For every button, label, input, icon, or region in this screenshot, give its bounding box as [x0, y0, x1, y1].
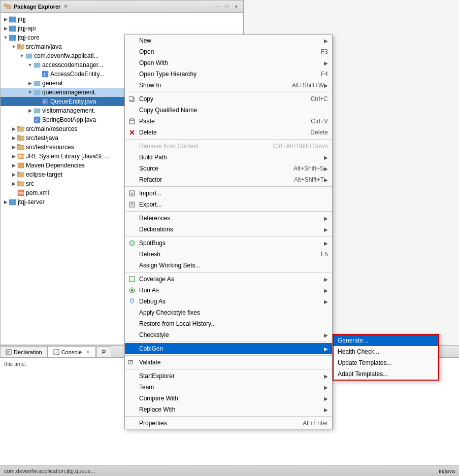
menu-item-restore-history-label: Restore from Local History... [139, 320, 328, 327]
menu-item-debug-as[interactable]: Debug As ▶ [125, 296, 332, 307]
maximize-button[interactable]: □ [223, 3, 231, 11]
project-icon-jtqj-core [9, 33, 17, 42]
tab-console-close[interactable]: ✕ [86, 349, 90, 355]
menu-item-show-in[interactable]: Show In Alt+Shift+W ▶ [125, 80, 332, 91]
menu-item-paste[interactable]: Paste Ctrl+V [125, 116, 332, 127]
svg-rect-36 [9, 199, 16, 205]
tree-toggle-visitormanagement[interactable]: ▶ [27, 108, 33, 114]
tab-declaration[interactable]: Declaration [0, 346, 48, 357]
menu-item-declarations[interactable]: Declarations ▶ [125, 224, 332, 235]
tree-item-jtqj-api[interactable]: ▶ jtqj-api [1, 24, 243, 33]
menu-item-source-shortcut: Alt+Shift+S [293, 165, 324, 172]
menu-item-run-as[interactable]: Run As ▶ [125, 285, 332, 296]
tab-console[interactable]: >_ Console ✕ [48, 346, 95, 357]
tree-label-QueueEntity: QueueEntity.java [50, 98, 96, 105]
menu-item-new[interactable]: New ▶ [125, 35, 332, 46]
class-icon-QueueEntity: J [41, 97, 49, 106]
view-menu-button[interactable]: ▾ [232, 3, 240, 11]
minimize-button[interactable]: — [214, 3, 222, 11]
menu-item-start-explorer-arrow: ▶ [324, 373, 328, 379]
tree-toggle-jtqj-server[interactable]: ▶ [3, 199, 9, 205]
tree-toggle-accesscodemanager[interactable]: ▼ [27, 62, 33, 68]
tree-toggle-src-main-java[interactable]: ▼ [11, 44, 17, 50]
menu-item-import[interactable]: Import... [125, 188, 332, 199]
svg-rect-20 [17, 127, 24, 131]
tree-toggle-com-devonfw[interactable]: ▼ [19, 53, 25, 59]
menu-item-team[interactable]: Team ▶ [125, 382, 332, 393]
submenu-item-health-check[interactable]: Health Check... [334, 346, 438, 357]
menu-item-replace-with[interactable]: Replace With ▶ [125, 404, 332, 415]
menu-item-properties-label: Properties [139, 420, 292, 427]
menu-item-start-explorer[interactable]: StartExplorer ▶ [125, 370, 332, 382]
svg-rect-13 [34, 81, 40, 86]
menu-item-checkstyle[interactable]: Checkstyle ▶ [125, 329, 332, 341]
package-icon-com-devonfw [25, 52, 33, 60]
menu-item-open-with[interactable]: Open With ▶ [125, 57, 332, 69]
menu-item-compare-with[interactable]: Compare With ▶ [125, 393, 332, 404]
menu-item-source[interactable]: Source Alt+Shift+S ▶ [125, 163, 332, 174]
menu-item-spotbugs[interactable]: SpotBugs ▶ [125, 237, 332, 249]
menu-item-open[interactable]: Open F3 [125, 46, 332, 57]
svg-text:xml: xml [18, 191, 24, 195]
tab-extra[interactable]: P [96, 346, 111, 357]
svg-rect-37 [6, 350, 11, 355]
tree-toggle-jtqj[interactable]: ▶ [3, 16, 9, 22]
tree-toggle-jtqj-api[interactable]: ▶ [3, 25, 9, 31]
menu-sep-8 [125, 355, 332, 356]
tree-toggle-jtqj-core[interactable]: ▼ [3, 35, 9, 41]
tree-toggle-general[interactable]: ▶ [27, 80, 33, 86]
menu-item-open-type-hierarchy[interactable]: Open Type Hierarchy F4 [125, 69, 332, 80]
submenu-item-update-templates[interactable]: Update Templates... [334, 357, 438, 368]
menu-item-build-path[interactable]: Build Path ▶ [125, 152, 332, 163]
svg-rect-10 [34, 63, 40, 67]
menu-item-assign-working-sets[interactable]: Assign Working Sets... [125, 260, 332, 271]
svg-rect-43 [129, 96, 133, 100]
tree-label-jtqj-core: jtqj-core [18, 34, 40, 41]
tree-toggle-jre-system[interactable]: ▶ [11, 153, 17, 159]
tree-toggle-maven-deps[interactable]: ▶ [11, 162, 17, 168]
menu-item-cobigen[interactable]: CobiGen ▶ [125, 343, 332, 354]
export-icon [128, 200, 136, 209]
menu-item-run-as-arrow: ▶ [324, 288, 328, 293]
svg-rect-14 [34, 90, 40, 95]
menu-item-refactor-shortcut: Alt+Shift+T [294, 176, 324, 183]
menu-item-delete[interactable]: Delete Delete [125, 127, 332, 138]
menu-item-apply-checkstyle[interactable]: Apply Checkstyle fixes [125, 307, 332, 318]
console-tab-icon: >_ [53, 349, 59, 355]
svg-text:JRE: JRE [18, 155, 24, 158]
menu-item-checkstyle-arrow: ▶ [324, 332, 328, 338]
menu-item-validate[interactable]: ☑ Validate [125, 357, 332, 368]
tree-toggle-src-test-java[interactable]: ▶ [11, 135, 17, 141]
menu-item-remove-context[interactable]: Remove from Context Ctrl+Alt+Shift+Down [125, 141, 332, 152]
menu-item-refresh[interactable]: Refresh F5 [125, 249, 332, 260]
menu-item-coverage-as[interactable]: Coverage As ▶ [125, 274, 332, 285]
menu-sep-5 [125, 236, 332, 236]
menu-item-refresh-shortcut: F5 [321, 251, 328, 258]
svg-text:>_: >_ [54, 350, 59, 355]
menu-item-run-as-label: Run As [139, 287, 324, 294]
menu-item-refactor[interactable]: Refactor Alt+Shift+T ▶ [125, 174, 332, 185]
svg-rect-32 [17, 182, 24, 186]
menu-item-properties[interactable]: Properties Alt+Enter [125, 418, 332, 429]
menu-sep-3 [125, 186, 332, 187]
context-menu: New ▶ Open F3 Open With ▶ Open Type Hier… [124, 35, 333, 429]
menu-item-copy-qualified[interactable]: Copy Qualified Name [125, 105, 332, 116]
tree-toggle-eclipse-target[interactable]: ▶ [11, 172, 17, 178]
tree-toggle-src-main-resources[interactable]: ▶ [11, 126, 17, 132]
menu-item-export[interactable]: Export... [125, 199, 332, 210]
menu-item-copy[interactable]: Copy Ctrl+C [125, 93, 332, 105]
menu-item-debug-as-arrow: ▶ [324, 299, 328, 304]
submenu-item-adapt-templates-label: Adapt Templates... [338, 370, 388, 378]
submenu-item-adapt-templates[interactable]: Adapt Templates... [334, 368, 438, 380]
tree-toggle-src[interactable]: ▶ [11, 181, 17, 187]
menu-item-references[interactable]: References ▶ [125, 213, 332, 224]
src-test-resources-icon [17, 143, 25, 151]
menu-item-restore-history[interactable]: Restore from Local History... [125, 318, 332, 329]
tree-toggle-src-test-resources[interactable]: ▶ [11, 144, 17, 150]
menu-item-show-in-arrow: ▶ [324, 83, 328, 88]
menu-item-open-with-arrow: ▶ [324, 60, 328, 66]
tree-item-jtqj[interactable]: ▶ jtqj [1, 15, 243, 24]
svg-rect-26 [17, 144, 20, 146]
submenu-item-generate[interactable]: Generate... [334, 335, 438, 346]
tree-toggle-queuemanagement[interactable]: ▼ [27, 89, 33, 95]
